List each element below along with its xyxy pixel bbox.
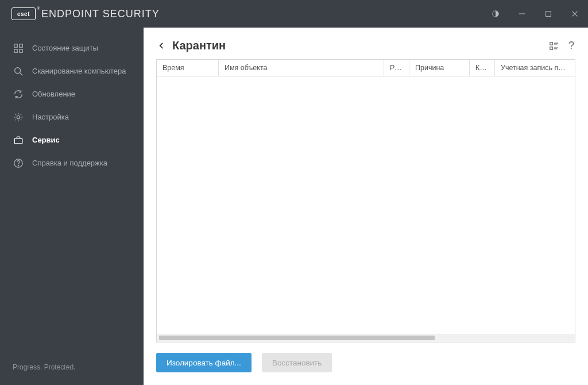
isolate-file-button[interactable]: Изолировать файл... <box>156 353 252 372</box>
refresh-icon <box>13 88 24 100</box>
sidebar-item-scan[interactable]: Сканирование компьютера <box>0 60 144 83</box>
briefcase-icon <box>13 134 24 146</box>
scrollbar-thumb[interactable] <box>159 336 435 340</box>
sidebar: Состояние защиты Сканирование компьютера… <box>0 28 144 385</box>
column-size[interactable]: Раз... <box>384 60 409 76</box>
svg-point-11 <box>17 116 20 118</box>
quarantine-table: Время Имя объекта Раз... Причина Кол... … <box>156 59 575 342</box>
sidebar-item-label: Настройка <box>32 113 136 122</box>
help-icon <box>13 157 24 169</box>
svg-rect-15 <box>550 42 553 45</box>
app-logo: eset ENDPOINT SECURITY <box>11 7 160 20</box>
content-header: Карантин ? <box>144 28 588 59</box>
svg-rect-5 <box>14 44 17 47</box>
sidebar-item-update[interactable]: Обновление <box>0 83 144 106</box>
svg-line-10 <box>20 73 23 76</box>
page-title: Карантин <box>172 39 226 52</box>
back-button[interactable] <box>155 40 168 52</box>
sidebar-item-status[interactable]: Состояние защиты <box>0 37 144 60</box>
svg-rect-18 <box>550 47 553 49</box>
sidebar-item-label: Справка и поддержка <box>32 159 136 168</box>
gear-icon <box>13 111 24 123</box>
sidebar-item-tools[interactable]: Сервис <box>0 129 144 152</box>
close-button[interactable] <box>562 0 588 28</box>
svg-point-9 <box>15 68 21 74</box>
sidebar-item-label: Сканирование компьютера <box>32 67 136 76</box>
grid-icon <box>13 43 24 54</box>
svg-rect-8 <box>20 49 22 52</box>
column-count[interactable]: Кол... <box>470 60 495 76</box>
window-controls <box>482 0 588 28</box>
logo-text: ENDPOINT SECURITY <box>41 8 160 20</box>
sidebar-item-label: Обновление <box>32 90 136 99</box>
svg-point-14 <box>18 165 18 166</box>
table-header-row: Время Имя объекта Раз... Причина Кол... … <box>157 60 575 76</box>
minimize-button[interactable] <box>509 0 535 28</box>
help-button[interactable]: ? <box>568 40 574 52</box>
column-object-name[interactable]: Имя объекта <box>219 60 384 76</box>
titlebar: eset ENDPOINT SECURITY <box>0 0 588 28</box>
search-icon <box>13 66 24 77</box>
contrast-icon[interactable] <box>482 0 509 28</box>
content-pane: Карантин ? Время Имя объекта Раз... Прич… <box>144 28 588 385</box>
svg-rect-6 <box>20 44 22 47</box>
svg-rect-7 <box>14 49 17 52</box>
column-reason[interactable]: Причина <box>409 60 470 76</box>
restore-button: Восстановить <box>262 353 332 372</box>
svg-rect-12 <box>14 138 22 144</box>
sidebar-item-label: Состояние защиты <box>32 44 136 53</box>
column-user-account[interactable]: Учетная запись пользова... <box>495 60 575 76</box>
svg-rect-2 <box>546 11 551 17</box>
sidebar-item-label: Сервис <box>32 136 136 145</box>
maximize-button[interactable] <box>535 0 562 28</box>
view-toggle-icon[interactable] <box>549 41 559 51</box>
sidebar-item-help[interactable]: Справка и поддержка <box>0 152 144 175</box>
column-time[interactable]: Время <box>157 60 219 76</box>
sidebar-item-settings[interactable]: Настройка <box>0 106 144 129</box>
horizontal-scrollbar[interactable] <box>157 334 575 342</box>
table-body-empty <box>157 76 575 334</box>
logo-badge: eset <box>11 7 36 20</box>
sidebar-footer: Progress. Protected. <box>0 363 144 385</box>
action-bar: Изолировать файл... Восстановить <box>144 342 588 385</box>
